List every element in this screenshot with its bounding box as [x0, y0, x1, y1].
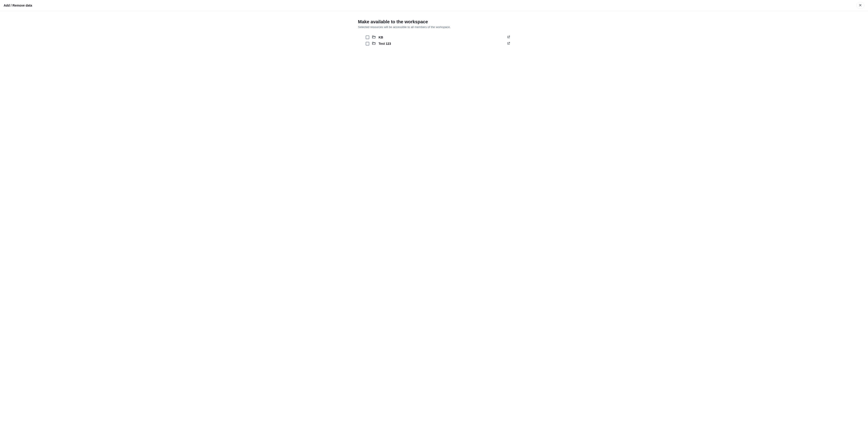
external-link-icon: [507, 42, 510, 45]
external-link-button[interactable]: [507, 42, 510, 45]
folder-open-icon: [372, 35, 376, 39]
folder-open-icon: [372, 41, 376, 46]
page-title: Make available to the workspace: [358, 19, 510, 25]
external-link-button[interactable]: [507, 35, 510, 39]
external-link-icon: [507, 35, 510, 39]
resource-checkbox[interactable]: [366, 42, 369, 45]
resource-row-left: KB: [366, 35, 383, 39]
main-content: Make available to the workspace Selected…: [352, 11, 516, 55]
close-icon: [859, 4, 862, 7]
resource-row: Test 123: [366, 40, 510, 47]
resource-label: KB: [378, 35, 383, 39]
resource-checkbox[interactable]: [366, 35, 369, 39]
page-subtitle: Selected resources will be accessible to…: [358, 25, 510, 29]
modal-header: Add / Remove data: [0, 0, 868, 11]
close-button[interactable]: [856, 2, 864, 9]
resource-row: KB: [366, 34, 510, 40]
modal-title: Add / Remove data: [4, 4, 32, 7]
resource-row-left: Test 123: [366, 41, 391, 46]
resource-list: KB Test: [358, 34, 510, 47]
resource-label: Test 123: [378, 42, 391, 45]
